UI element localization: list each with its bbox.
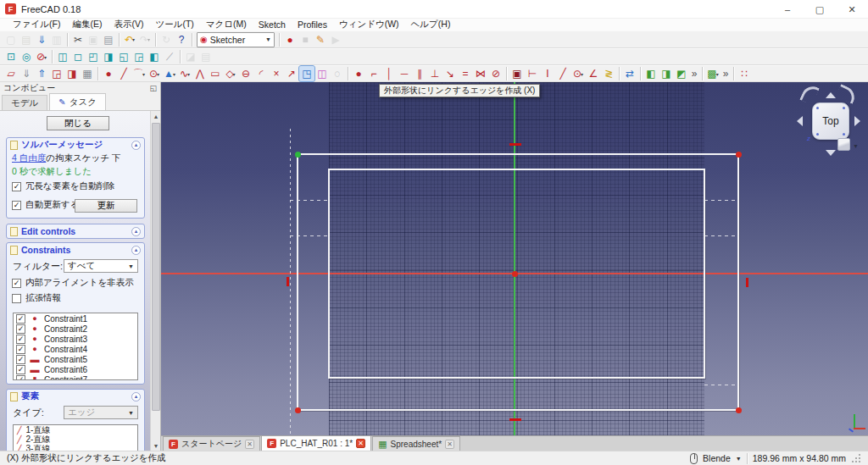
collapse-icon[interactable]: ▴	[131, 227, 141, 236]
constraint-checkbox[interactable]: ✓	[16, 314, 25, 324]
toolbar-icon-constrain-distance[interactable]: ╱	[555, 66, 570, 81]
resize-grip[interactable]	[851, 453, 861, 463]
constraint-filter-select[interactable]: すべて▼	[64, 259, 138, 273]
toolbar-icon-constrain-distance-y[interactable]: I	[540, 66, 555, 81]
constraint-checkbox[interactable]: ✓	[16, 355, 25, 364]
scrollbar-thumb[interactable]	[152, 123, 160, 411]
toolbar-icon-view-top[interactable]: ◰	[86, 49, 101, 64]
toolbar-icon-constrain-symmetric[interactable]: ⋈	[473, 66, 488, 81]
toolbar-icon-overflow-chevron-2[interactable]: »	[721, 66, 731, 81]
nav-style-dropdown-icon[interactable]: ▼	[736, 456, 742, 462]
toolbar-icon-constrain-distance-x[interactable]: ⊢	[525, 66, 540, 81]
collapse-icon[interactable]: ▴	[131, 392, 141, 401]
toolbar-icon-select-elements[interactable]: ◨	[659, 66, 674, 81]
toolbar-icon-constrain-coincident[interactable]: ●	[351, 66, 366, 81]
document-tab-Spreadsheet*[interactable]: ▦Spreadsheet*✕	[372, 436, 460, 451]
menu-ウィンドウ[interactable]: ウィンドウ(W)	[333, 19, 405, 30]
collapse-icon[interactable]: ▴	[131, 246, 141, 255]
minimize-button[interactable]: –	[771, 0, 804, 19]
scroll-down-icon[interactable]: ▼	[151, 440, 161, 451]
constraint-checkbox[interactable]: ✓	[16, 324, 25, 334]
vertex[interactable]	[736, 407, 742, 413]
extended-info-checkbox[interactable]	[12, 294, 21, 303]
menu-Sketch[interactable]: Sketch	[253, 19, 292, 30]
scroll-up-icon[interactable]: ▲	[151, 111, 161, 121]
toolbar-icon-zoom-box[interactable]: ◎	[19, 49, 34, 64]
tab-タスク[interactable]: ✎タスク	[49, 93, 106, 110]
toolbar-icon-constrain-equal[interactable]: =	[458, 66, 473, 81]
vertex[interactable]	[736, 152, 742, 158]
toolbar-icon-map-sketch[interactable]: ◲	[49, 66, 64, 81]
toolbar-icon-extend-edge[interactable]: ↗	[284, 66, 299, 81]
toolbar-icon-constrain-point-on-object[interactable]: ⌐	[366, 66, 381, 81]
toolbar-icon-constrain-vertical[interactable]: │	[381, 66, 397, 81]
toolbar-icon-macro-record[interactable]: ●	[282, 32, 298, 47]
constraint-row[interactable]: ✓▬Constraint6	[14, 364, 137, 374]
toolbar-icon-copy[interactable]: ▣	[86, 32, 101, 47]
3d-viewport[interactable]: 外部形状にリンクするエッジを作成 (X) Top z ▼	[161, 82, 868, 435]
collapse-icon[interactable]: ▴	[131, 141, 141, 150]
toolbar-icon-view-section[interactable]: ▦	[80, 66, 95, 81]
toolbar-icon-clipping-plane[interactable]: ◪	[183, 49, 198, 64]
toolbar-icon-carbon-copy[interactable]: ◫	[314, 66, 330, 81]
menu-Profiles[interactable]: Profiles	[292, 19, 333, 30]
toolbar-icon-create-bspline[interactable]: ∿▾	[177, 66, 192, 81]
arrow-down-icon[interactable]	[826, 150, 836, 156]
toolbar-icon-fit-all[interactable]: ⊡	[3, 49, 19, 64]
toolbar-icon-redo[interactable]: ↷▾	[137, 32, 153, 47]
toolbar-icon-constrain-snell[interactable]: ≷	[601, 66, 616, 81]
nav-style-label[interactable]: Blende	[703, 453, 731, 463]
toolbar-icon-view-bottom[interactable]: ◲	[131, 49, 147, 64]
toolbar-icon-constrain-perpendicular[interactable]: ⊥	[427, 66, 442, 81]
toolbar-icon-show-hide-constraints[interactable]: ◩	[674, 66, 689, 81]
update-button[interactable]: 更新	[75, 199, 137, 213]
panel-scrollbar[interactable]: ▲ ▼	[150, 111, 160, 451]
dock-float-icon[interactable]: ◱	[149, 84, 157, 92]
toolbar-icon-sketch-from-face[interactable]: ⇑	[34, 66, 49, 81]
toolbar-icon-create-circle[interactable]: ⊙▾	[147, 66, 162, 81]
toolbar-icon-new-file[interactable]: ▢	[3, 32, 19, 47]
vertex[interactable]	[295, 407, 301, 413]
toolbar-icon-constrain-angle[interactable]: ∠	[586, 66, 601, 81]
arrow-up-icon[interactable]	[826, 92, 836, 98]
toolbar-icon-create-arc[interactable]: ⌒▾	[131, 66, 147, 81]
toolbar-icon-view-rear[interactable]: ◱	[116, 49, 131, 64]
menu-編集[interactable]: 編集(E)	[66, 19, 108, 30]
toolbar-icon-undo[interactable]: ↶▾	[122, 32, 137, 47]
toolbar-icon-create-polygon[interactable]: ◇▾	[223, 66, 238, 81]
maximize-button[interactable]: ▢	[804, 0, 836, 19]
toolbar-icon-toggle-driving-constraint[interactable]: ⇄	[622, 66, 637, 81]
toolbar-icon-view-axonometric[interactable]: ◫	[55, 49, 70, 64]
toolbar-icon-create-conic[interactable]: ▲▾	[162, 66, 177, 81]
constraint-checkbox[interactable]: ✓	[16, 375, 25, 381]
vertex-selected[interactable]	[295, 152, 301, 158]
arrow-left-icon[interactable]	[797, 116, 803, 126]
dof-link[interactable]: 4 自由度	[12, 152, 46, 163]
toolbar-icon-open-file[interactable]: ▤	[19, 32, 34, 47]
menu-マクロ[interactable]: マクロ(M)	[200, 19, 253, 30]
toolbar-icon-constrain-tangent[interactable]: ↘	[442, 66, 458, 81]
document-tab-PLC_HAT_R01[interactable]: FPLC_HAT_R01 : 1*✕	[261, 435, 371, 451]
toolbar-icon-save[interactable]: ⇓	[34, 32, 49, 47]
constraint-checkbox[interactable]: ✓	[16, 365, 25, 374]
toolbar-icon-macro-stop[interactable]: ■	[298, 32, 313, 47]
nav-cube-dropdown-icon[interactable]: ▼	[853, 143, 859, 149]
toolbar-icon-overflow-chevron-1[interactable]: »	[689, 66, 699, 81]
toolbar-icon-constrain-block[interactable]: ⊘	[488, 66, 504, 81]
menu-ツール[interactable]: ツール(T)	[149, 19, 199, 30]
toolbar-icon-print[interactable]: ▥	[49, 32, 64, 47]
toolbar-icon-trim-edge[interactable]: ×	[269, 66, 284, 81]
document-tab-スタートページ[interactable]: Fスタートページ✕	[163, 436, 260, 451]
menu-ヘルプ[interactable]: ヘルプ(H)	[405, 19, 457, 30]
toolbar-icon-constrain-parallel[interactable]: ∥	[412, 66, 427, 81]
constraint-row[interactable]: ✓●Constraint2	[14, 324, 137, 334]
element-row[interactable]: ╱3-直線	[14, 444, 137, 451]
rotate-right-icon[interactable]	[836, 84, 859, 104]
toolbar-icon-draw-style[interactable]: ⊘▾	[34, 49, 49, 64]
close-button[interactable]: ✕	[836, 0, 868, 19]
hide-internal-checkbox[interactable]: ✓	[12, 279, 21, 288]
menu-表示[interactable]: 表示(V)	[108, 19, 149, 30]
constraint-checkbox[interactable]: ✓	[16, 345, 25, 354]
constraint-row[interactable]: ✓▮Constraint7	[14, 374, 137, 380]
tab-close-icon[interactable]: ✕	[356, 439, 365, 448]
